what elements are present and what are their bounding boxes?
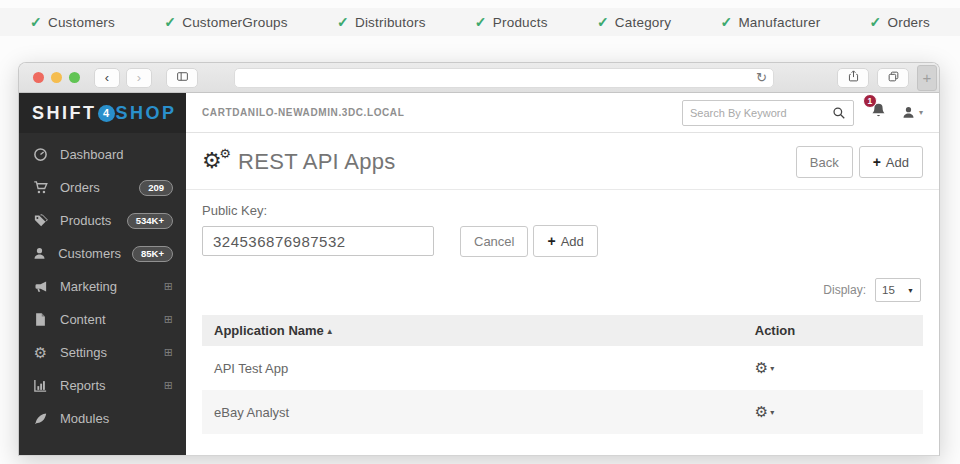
sidebar-toggle-button[interactable] xyxy=(166,68,198,88)
sidebar-item-label: Settings xyxy=(60,345,153,360)
title-buttons: Back + Add xyxy=(796,146,923,178)
share-icon xyxy=(847,69,860,87)
notifications-button[interactable]: 1 xyxy=(870,102,887,123)
share-button[interactable] xyxy=(837,68,869,88)
zoom-window-button[interactable] xyxy=(69,72,80,83)
customers-count-badge: 85K+ xyxy=(132,246,173,262)
notification-count-badge: 1 xyxy=(863,94,877,108)
select-caret-icon: ▼ xyxy=(907,287,914,294)
bar-chart-icon xyxy=(32,378,49,393)
display-count-value: 15 xyxy=(882,284,895,296)
sidebar-menu: Dashboard Orders 209 xyxy=(19,133,186,435)
sidebar-item-reports[interactable]: Reports ⊞ xyxy=(19,369,186,402)
document-icon xyxy=(32,312,49,327)
expand-icon[interactable]: ⊞ xyxy=(164,379,173,392)
app-name-cell: eBay Analyst xyxy=(202,405,743,420)
sidebar-item-products[interactable]: Products 534K+ xyxy=(19,204,186,237)
expand-icon[interactable]: ⊞ xyxy=(164,280,173,293)
browser-back-button[interactable]: ‹ xyxy=(94,68,120,88)
display-count-row: Display: 15 ▼ xyxy=(186,278,939,302)
new-tab-button[interactable]: + xyxy=(917,65,937,91)
sidebar: SHIFT 4 SHOP Dashboard xyxy=(19,93,186,456)
display-count-select[interactable]: 15 ▼ xyxy=(875,278,921,302)
address-bar[interactable]: ↻ xyxy=(234,68,774,88)
module-check-orders: ✓ Orders xyxy=(870,14,930,30)
sidebar-item-label: Orders xyxy=(60,180,128,195)
row-action-menu-button[interactable]: ⚙ ▾ xyxy=(755,403,911,421)
plus-icon: + xyxy=(873,154,881,170)
column-header-application-name[interactable]: Application Name▲ xyxy=(202,315,743,346)
confirm-add-button[interactable]: + Add xyxy=(533,225,597,257)
sidebar-item-settings[interactable]: ⚙ Settings ⊞ xyxy=(19,336,186,369)
expand-icon[interactable]: ⊞ xyxy=(164,313,173,326)
chevron-down-icon: ▾ xyxy=(770,364,774,373)
sidebar-item-content[interactable]: Content ⊞ xyxy=(19,303,186,336)
sidebar-item-marketing[interactable]: Marketing ⊞ xyxy=(19,270,186,303)
check-icon: ✓ xyxy=(30,14,42,30)
user-menu-button[interactable]: ▾ xyxy=(901,105,923,120)
sidebar-item-label: Content xyxy=(60,312,153,327)
search-input[interactable] xyxy=(690,107,832,119)
add-button[interactable]: + Add xyxy=(859,146,923,178)
module-check-distributors: ✓ Distributors xyxy=(337,14,426,30)
megaphone-icon xyxy=(32,279,49,294)
sidebar-item-dashboard[interactable]: Dashboard xyxy=(19,138,186,171)
store-domain: CARTDANILO-NEWADMIN.3DC.LOCAL xyxy=(202,107,404,118)
close-window-button[interactable] xyxy=(33,72,44,83)
expand-icon[interactable]: ⊞ xyxy=(164,346,173,359)
check-icon: ✓ xyxy=(870,14,882,30)
cancel-button[interactable]: Cancel xyxy=(460,226,528,257)
tab-overview-button[interactable] xyxy=(877,68,909,88)
search-icon[interactable] xyxy=(832,106,846,120)
sidebar-item-modules[interactable]: Modules xyxy=(19,402,186,435)
sidebar-item-label: Reports xyxy=(60,378,153,393)
module-status-bar: ✓ Customers ✓ CustomerGroups ✓ Distribut… xyxy=(0,8,960,36)
chevron-down-icon: ▾ xyxy=(770,408,774,417)
page-title: REST API Apps xyxy=(238,149,396,175)
shift4shop-logo[interactable]: SHIFT 4 SHOP xyxy=(19,93,186,133)
module-label: Customers xyxy=(48,15,115,30)
plus-icon: + xyxy=(547,233,555,249)
logo-4-icon: 4 xyxy=(98,105,115,122)
gear-icon: ⚙ xyxy=(755,403,768,421)
main-content: CARTDANILO-NEWADMIN.3DC.LOCAL 1 xyxy=(186,93,939,456)
admin-app: SHIFT 4 SHOP Dashboard xyxy=(19,93,939,456)
public-key-row: Cancel + Add xyxy=(202,225,923,257)
module-check-manufacturer: ✓ Manufacturer xyxy=(720,14,820,30)
products-count-badge: 534K+ xyxy=(127,213,173,229)
add-button-label: Add xyxy=(886,155,909,170)
gears-icon: ⚙ xyxy=(32,344,49,362)
check-icon: ✓ xyxy=(337,14,349,30)
check-icon: ✓ xyxy=(475,14,487,30)
rocket-icon xyxy=(32,411,49,426)
rest-api-gears-icon: ⚙ ⚙ xyxy=(202,149,232,175)
back-button[interactable]: Back xyxy=(796,146,853,178)
sidebar-item-customers[interactable]: Customers 85K+ xyxy=(19,237,186,270)
user-avatar-icon xyxy=(901,105,916,120)
browser-chrome: ‹ › ↻ xyxy=(19,63,939,93)
chevron-down-icon: ▾ xyxy=(919,108,923,117)
orders-count-badge: 209 xyxy=(139,180,173,196)
public-key-input[interactable] xyxy=(202,226,434,256)
table-row[interactable]: API Test App ⚙ ▾ xyxy=(202,346,923,390)
window-controls[interactable] xyxy=(33,72,80,83)
column-label: Application Name xyxy=(214,323,324,338)
sidebar-item-orders[interactable]: Orders 209 xyxy=(19,171,186,204)
sidebar-item-label: Dashboard xyxy=(60,147,173,162)
admin-header: CARTDANILO-NEWADMIN.3DC.LOCAL 1 xyxy=(186,93,939,133)
sidebar-item-label: Customers xyxy=(58,246,121,261)
refresh-icon[interactable]: ↻ xyxy=(756,71,767,84)
module-check-products: ✓ Products xyxy=(475,14,548,30)
search-box[interactable] xyxy=(682,100,854,126)
minimize-window-button[interactable] xyxy=(51,72,62,83)
tags-icon xyxy=(32,213,49,228)
browser-forward-button[interactable]: › xyxy=(126,68,152,88)
gear-small-icon: ⚙ xyxy=(219,146,231,161)
module-label: Distributors xyxy=(355,15,426,30)
module-label: Category xyxy=(615,15,671,30)
row-action-menu-button[interactable]: ⚙ ▾ xyxy=(755,359,911,377)
table-header: Application Name▲ Action xyxy=(202,315,923,346)
chrome-right-buttons: + xyxy=(837,65,931,91)
table-row[interactable]: eBay Analyst ⚙ ▾ xyxy=(202,390,923,434)
user-icon xyxy=(32,246,47,261)
